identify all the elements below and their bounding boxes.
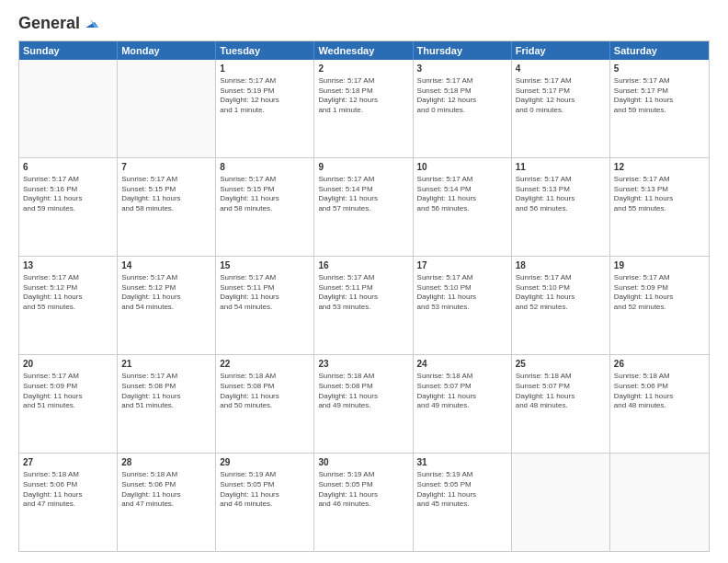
page: General SundayMondayTuesdayWednesdayThur… <box>0 0 728 563</box>
day-number: 3 <box>417 63 507 75</box>
day-details: Sunrise: 5:17 AM Sunset: 5:11 PM Dayligh… <box>318 273 408 313</box>
calendar-row-0: 1Sunrise: 5:17 AM Sunset: 5:19 PM Daylig… <box>19 60 709 157</box>
day-cell-23: 23Sunrise: 5:18 AM Sunset: 5:08 PM Dayli… <box>314 355 413 453</box>
day-details: Sunrise: 5:17 AM Sunset: 5:14 PM Dayligh… <box>318 175 408 214</box>
day-number: 22 <box>220 358 310 371</box>
day-cell-12: 12Sunrise: 5:17 AM Sunset: 5:13 PM Dayli… <box>610 158 709 256</box>
day-number: 11 <box>516 161 606 174</box>
day-number: 13 <box>23 259 113 272</box>
day-number: 16 <box>318 259 408 272</box>
day-cell-10: 10Sunrise: 5:17 AM Sunset: 5:14 PM Dayli… <box>414 158 512 256</box>
day-cell-11: 11Sunrise: 5:17 AM Sunset: 5:13 PM Dayli… <box>512 158 610 256</box>
day-cell-29: 29Sunrise: 5:19 AM Sunset: 5:05 PM Dayli… <box>216 454 314 551</box>
day-cell-25: 25Sunrise: 5:18 AM Sunset: 5:07 PM Dayli… <box>512 355 610 453</box>
day-details: Sunrise: 5:19 AM Sunset: 5:05 PM Dayligh… <box>417 470 507 510</box>
day-cell-24: 24Sunrise: 5:18 AM Sunset: 5:07 PM Dayli… <box>414 355 512 453</box>
day-details: Sunrise: 5:17 AM Sunset: 5:17 PM Dayligh… <box>516 76 606 116</box>
day-number: 30 <box>318 456 408 469</box>
day-details: Sunrise: 5:17 AM Sunset: 5:16 PM Dayligh… <box>23 175 113 214</box>
day-details: Sunrise: 5:17 AM Sunset: 5:09 PM Dayligh… <box>614 273 705 313</box>
day-number: 25 <box>516 358 606 371</box>
day-details: Sunrise: 5:18 AM Sunset: 5:07 PM Dayligh… <box>417 372 507 411</box>
empty-cell <box>118 60 216 157</box>
day-cell-3: 3Sunrise: 5:17 AM Sunset: 5:18 PM Daylig… <box>414 60 512 157</box>
header-day-thursday: Thursday <box>414 41 512 60</box>
header-day-sunday: Sunday <box>19 41 118 60</box>
day-details: Sunrise: 5:18 AM Sunset: 5:06 PM Dayligh… <box>614 372 705 411</box>
day-cell-16: 16Sunrise: 5:17 AM Sunset: 5:11 PM Dayli… <box>314 257 413 354</box>
day-cell-26: 26Sunrise: 5:18 AM Sunset: 5:06 PM Dayli… <box>610 355 709 453</box>
calendar: SundayMondayTuesdayWednesdayThursdayFrid… <box>18 40 710 552</box>
day-number: 24 <box>417 358 507 371</box>
day-details: Sunrise: 5:17 AM Sunset: 5:13 PM Dayligh… <box>516 175 606 214</box>
day-number: 19 <box>614 259 705 272</box>
header-day-wednesday: Wednesday <box>314 41 413 60</box>
day-cell-7: 7Sunrise: 5:17 AM Sunset: 5:15 PM Daylig… <box>118 158 216 256</box>
day-cell-21: 21Sunrise: 5:17 AM Sunset: 5:08 PM Dayli… <box>118 355 216 453</box>
day-number: 1 <box>220 63 310 75</box>
logo-icon <box>82 15 98 31</box>
day-details: Sunrise: 5:17 AM Sunset: 5:18 PM Dayligh… <box>417 76 507 116</box>
day-details: Sunrise: 5:18 AM Sunset: 5:08 PM Dayligh… <box>220 372 310 411</box>
logo-text: General <box>18 15 80 33</box>
day-cell-20: 20Sunrise: 5:17 AM Sunset: 5:09 PM Dayli… <box>19 355 118 453</box>
day-cell-8: 8Sunrise: 5:17 AM Sunset: 5:15 PM Daylig… <box>216 158 314 256</box>
day-details: Sunrise: 5:18 AM Sunset: 5:06 PM Dayligh… <box>23 470 113 510</box>
day-cell-30: 30Sunrise: 5:19 AM Sunset: 5:05 PM Dayli… <box>314 454 413 551</box>
day-details: Sunrise: 5:19 AM Sunset: 5:05 PM Dayligh… <box>318 470 408 510</box>
logo: General <box>18 15 98 33</box>
day-number: 7 <box>121 161 211 174</box>
day-details: Sunrise: 5:18 AM Sunset: 5:06 PM Dayligh… <box>121 470 211 510</box>
day-number: 31 <box>417 456 507 469</box>
header: General <box>18 15 710 33</box>
calendar-row-1: 6Sunrise: 5:17 AM Sunset: 5:16 PM Daylig… <box>19 157 709 256</box>
day-number: 4 <box>516 63 606 75</box>
day-details: Sunrise: 5:19 AM Sunset: 5:05 PM Dayligh… <box>220 470 310 510</box>
day-cell-27: 27Sunrise: 5:18 AM Sunset: 5:06 PM Dayli… <box>19 454 118 551</box>
day-cell-2: 2Sunrise: 5:17 AM Sunset: 5:18 PM Daylig… <box>314 60 413 157</box>
day-number: 23 <box>318 358 408 371</box>
day-number: 9 <box>318 161 408 174</box>
day-details: Sunrise: 5:17 AM Sunset: 5:10 PM Dayligh… <box>516 273 606 313</box>
day-details: Sunrise: 5:17 AM Sunset: 5:12 PM Dayligh… <box>23 273 113 313</box>
day-number: 2 <box>318 63 408 75</box>
day-details: Sunrise: 5:17 AM Sunset: 5:09 PM Dayligh… <box>23 372 113 411</box>
day-number: 8 <box>220 161 310 174</box>
day-number: 15 <box>220 259 310 272</box>
day-details: Sunrise: 5:17 AM Sunset: 5:15 PM Dayligh… <box>121 175 211 214</box>
empty-cell <box>19 60 118 157</box>
calendar-row-4: 27Sunrise: 5:18 AM Sunset: 5:06 PM Dayli… <box>19 453 709 551</box>
day-details: Sunrise: 5:17 AM Sunset: 5:14 PM Dayligh… <box>417 175 507 214</box>
day-cell-31: 31Sunrise: 5:19 AM Sunset: 5:05 PM Dayli… <box>414 454 512 551</box>
day-cell-4: 4Sunrise: 5:17 AM Sunset: 5:17 PM Daylig… <box>512 60 610 157</box>
day-details: Sunrise: 5:17 AM Sunset: 5:18 PM Dayligh… <box>318 76 408 116</box>
header-day-tuesday: Tuesday <box>216 41 314 60</box>
day-details: Sunrise: 5:17 AM Sunset: 5:19 PM Dayligh… <box>220 76 310 116</box>
calendar-header: SundayMondayTuesdayWednesdayThursdayFrid… <box>19 41 709 60</box>
day-details: Sunrise: 5:17 AM Sunset: 5:13 PM Dayligh… <box>614 175 705 214</box>
day-cell-9: 9Sunrise: 5:17 AM Sunset: 5:14 PM Daylig… <box>314 158 413 256</box>
day-details: Sunrise: 5:17 AM Sunset: 5:11 PM Dayligh… <box>220 273 310 313</box>
day-number: 14 <box>121 259 211 272</box>
day-cell-17: 17Sunrise: 5:17 AM Sunset: 5:10 PM Dayli… <box>414 257 512 354</box>
header-day-monday: Monday <box>118 41 216 60</box>
day-number: 17 <box>417 259 507 272</box>
day-details: Sunrise: 5:17 AM Sunset: 5:17 PM Dayligh… <box>614 76 705 116</box>
day-cell-1: 1Sunrise: 5:17 AM Sunset: 5:19 PM Daylig… <box>216 60 314 157</box>
header-day-friday: Friday <box>512 41 610 60</box>
calendar-row-2: 13Sunrise: 5:17 AM Sunset: 5:12 PM Dayli… <box>19 256 709 354</box>
day-details: Sunrise: 5:17 AM Sunset: 5:08 PM Dayligh… <box>121 372 211 411</box>
day-cell-6: 6Sunrise: 5:17 AM Sunset: 5:16 PM Daylig… <box>19 158 118 256</box>
day-details: Sunrise: 5:17 AM Sunset: 5:12 PM Dayligh… <box>121 273 211 313</box>
day-number: 10 <box>417 161 507 174</box>
day-number: 6 <box>23 161 113 174</box>
day-cell-15: 15Sunrise: 5:17 AM Sunset: 5:11 PM Dayli… <box>216 257 314 354</box>
day-details: Sunrise: 5:17 AM Sunset: 5:10 PM Dayligh… <box>417 273 507 313</box>
header-day-saturday: Saturday <box>610 41 709 60</box>
day-number: 12 <box>614 161 705 174</box>
day-cell-18: 18Sunrise: 5:17 AM Sunset: 5:10 PM Dayli… <box>512 257 610 354</box>
day-number: 5 <box>614 63 705 75</box>
day-details: Sunrise: 5:17 AM Sunset: 5:15 PM Dayligh… <box>220 175 310 214</box>
calendar-row-3: 20Sunrise: 5:17 AM Sunset: 5:09 PM Dayli… <box>19 354 709 453</box>
day-cell-5: 5Sunrise: 5:17 AM Sunset: 5:17 PM Daylig… <box>610 60 709 157</box>
